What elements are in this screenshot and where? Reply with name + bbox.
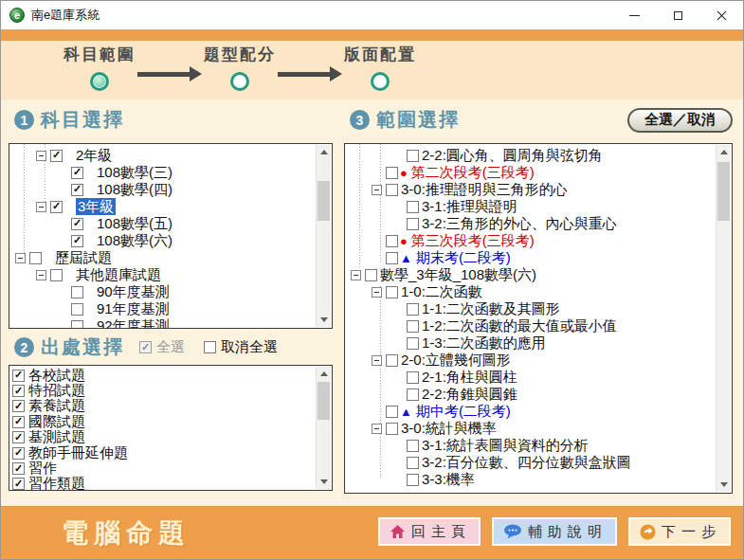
checkbox[interactable] <box>386 167 398 179</box>
checkbox[interactable] <box>407 150 419 162</box>
tree-node-label[interactable]: 期末考(二段考) <box>416 249 511 266</box>
list-item-label[interactable]: 各校試題 <box>28 368 85 383</box>
tree-node-label[interactable]: 3-2:百分位數、四分位數與盒狀圖 <box>422 454 631 471</box>
list-item-label[interactable]: 習作 <box>28 461 57 476</box>
expander-minus-icon[interactable] <box>372 355 382 366</box>
scroll-up-icon[interactable] <box>317 367 331 381</box>
expander-minus-icon[interactable] <box>36 270 46 280</box>
tree-node-label[interactable]: 2年級 <box>76 147 112 164</box>
close-button[interactable] <box>699 1 743 29</box>
checkbox[interactable] <box>71 184 83 196</box>
checkbox[interactable] <box>12 431 25 443</box>
expander-minus-icon[interactable] <box>351 270 361 280</box>
help-button[interactable]: 輔助說明 <box>492 517 617 546</box>
checkbox[interactable] <box>386 252 398 264</box>
checkbox[interactable] <box>407 201 419 213</box>
expander-minus-icon[interactable] <box>372 185 382 195</box>
checkbox[interactable] <box>50 269 63 281</box>
expander-minus-icon[interactable] <box>372 424 382 434</box>
checkbox[interactable] <box>386 406 398 418</box>
tree-node-label[interactable]: 108數學(三) <box>97 164 172 181</box>
checkbox[interactable] <box>407 474 419 486</box>
tree-node-label[interactable]: 1-0:二次函數 <box>401 283 482 300</box>
tree-node-label[interactable]: 2-2:圓心角、圓周角與弦切角 <box>422 147 603 164</box>
scroll-down-icon[interactable] <box>317 475 331 489</box>
list-item-label[interactable]: 習作類題 <box>28 477 85 491</box>
checkbox[interactable] <box>50 150 63 162</box>
tree-node-label[interactable]: 其他題庫試題 <box>76 266 161 283</box>
scroll-down-icon[interactable] <box>717 478 731 492</box>
scroll-thumb[interactable] <box>318 382 330 420</box>
deselect-all-checkbox[interactable] <box>204 341 216 353</box>
tree-node-label[interactable]: 108數學(四) <box>97 181 172 198</box>
tree-node-label[interactable]: 3-2:三角形的外心、內心與重心 <box>422 215 617 232</box>
checkbox[interactable] <box>407 320 419 333</box>
tree-node-label[interactable]: 3-0:統計與機率 <box>401 420 497 437</box>
tree-node-label[interactable]: 第二次段考(三段考) <box>411 164 535 181</box>
tree-node-label[interactable]: 2-0:立體幾何圖形 <box>401 352 511 369</box>
checkbox[interactable] <box>71 218 83 230</box>
tree-node-label[interactable]: 92年度基測 <box>97 317 170 329</box>
checkbox[interactable] <box>386 286 398 298</box>
scroll-thumb[interactable] <box>318 181 330 221</box>
scroll-up-icon[interactable] <box>317 145 331 159</box>
checkbox[interactable] <box>71 303 83 316</box>
home-button[interactable]: 回主頁 <box>378 517 481 546</box>
checkbox[interactable] <box>386 354 398 367</box>
scroll-up-icon[interactable] <box>717 145 731 159</box>
tree-node-label[interactable]: 3-1:統計表圖與資料的分析 <box>422 437 589 454</box>
select-all-label[interactable]: 全選 <box>156 338 185 356</box>
checkbox[interactable] <box>12 462 25 475</box>
list-item-label[interactable]: 特招試題 <box>28 383 85 398</box>
checkbox[interactable] <box>12 447 25 460</box>
checkbox[interactable] <box>71 286 83 298</box>
checkbox[interactable] <box>365 269 377 281</box>
source-list-scrollbar[interactable] <box>316 367 331 489</box>
tree-node-label[interactable]: 108數學(六) <box>97 232 172 249</box>
maximize-button[interactable] <box>656 1 699 29</box>
deselect-all-label[interactable]: 取消全選 <box>221 338 278 356</box>
checkbox[interactable] <box>71 320 83 330</box>
checkbox[interactable] <box>12 400 25 412</box>
tree-node-label[interactable]: 數學_3年級_108數學(六) <box>380 266 536 283</box>
tree-node-label[interactable]: 歷屆試題 <box>55 249 112 266</box>
select-all-toggle-button[interactable]: 全選／取消 <box>627 108 733 133</box>
checkbox[interactable] <box>407 457 419 469</box>
list-item-label[interactable]: 國際試題 <box>28 414 85 429</box>
checkbox[interactable] <box>50 201 63 213</box>
range-tree-scrollbar[interactable] <box>716 145 731 492</box>
tree-node-label[interactable]: 91年度基測 <box>97 300 170 317</box>
tree-node-label[interactable]: 1-2:二次函數的最大值或最小值 <box>422 317 617 334</box>
tree-node-label[interactable]: 第三次段考(三段考) <box>411 232 535 249</box>
expander-minus-icon[interactable] <box>36 151 46 161</box>
tree-node-label[interactable]: 2-2:角錐與圓錐 <box>422 386 517 403</box>
checkbox[interactable] <box>12 416 25 428</box>
checkbox[interactable] <box>386 184 398 196</box>
checkbox[interactable] <box>407 218 419 230</box>
checkbox[interactable] <box>386 423 398 435</box>
checkbox[interactable] <box>12 478 25 490</box>
tree-node-label[interactable]: 3-1:推理與證明 <box>422 198 517 215</box>
list-item-label[interactable]: 教師手冊延伸題 <box>28 445 128 461</box>
checkbox[interactable] <box>407 440 419 452</box>
scroll-down-icon[interactable] <box>317 313 331 327</box>
tree-node-label[interactable]: 3年級 <box>76 198 116 215</box>
subject-tree-scrollbar[interactable] <box>316 145 331 327</box>
expander-minus-icon[interactable] <box>15 253 26 263</box>
list-item-label[interactable]: 素養試題 <box>28 399 85 414</box>
scroll-thumb[interactable] <box>717 162 730 221</box>
list-item-label[interactable]: 基測試題 <box>28 430 85 445</box>
tree-node-label[interactable]: 3-3:機率 <box>422 471 475 488</box>
tree-node-label[interactable]: 1-3:二次函數的應用 <box>422 334 546 352</box>
next-button[interactable]: 下一步 <box>628 517 731 546</box>
expander-minus-icon[interactable] <box>372 287 382 298</box>
tree-node-label[interactable]: 期中考(二段考) <box>416 403 511 420</box>
checkbox[interactable] <box>29 252 42 264</box>
tree-node-label[interactable]: 3-0:推理證明與三角形的心 <box>401 181 568 198</box>
tree-node-label[interactable]: 1-1:二次函數及其圖形 <box>422 300 560 317</box>
checkbox[interactable] <box>12 370 25 382</box>
checkbox[interactable] <box>407 388 419 401</box>
tree-node-label[interactable]: 90年度基測 <box>97 283 170 300</box>
checkbox[interactable] <box>386 235 398 247</box>
tree-node-label[interactable]: 2-1:角柱與圓柱 <box>422 369 517 386</box>
